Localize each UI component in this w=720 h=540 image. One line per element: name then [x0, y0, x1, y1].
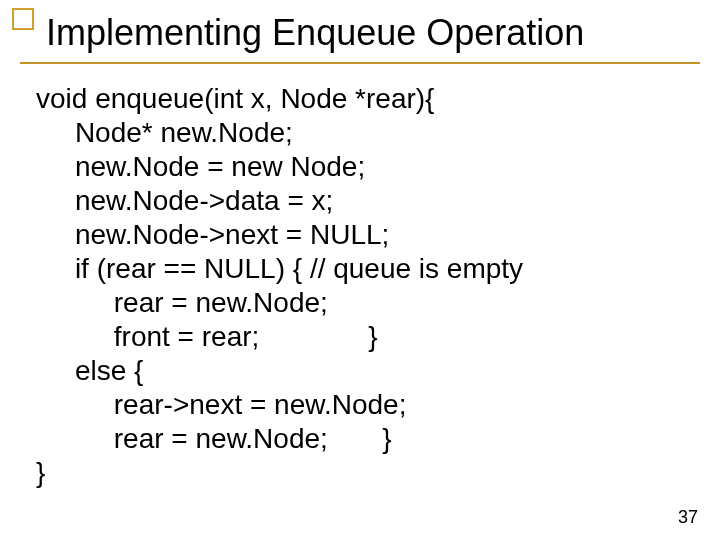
- page-number: 37: [678, 507, 698, 528]
- slide: Implementing Enqueue Operation void enqu…: [0, 0, 720, 540]
- slide-title: Implementing Enqueue Operation: [46, 12, 584, 54]
- code-block: void enqueue(int x, Node *rear){ Node* n…: [36, 82, 523, 490]
- title-underline: [20, 62, 700, 64]
- corner-decoration: [12, 8, 34, 30]
